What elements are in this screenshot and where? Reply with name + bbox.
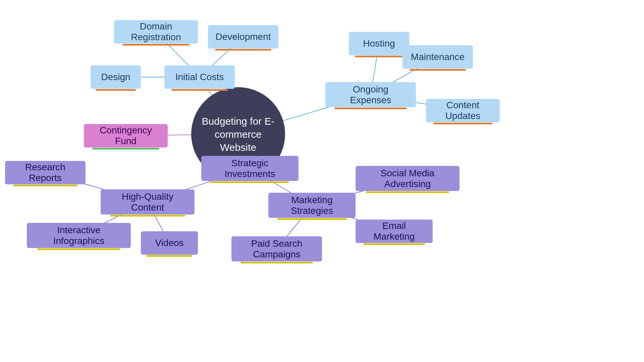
social-media-node[interactable]: Social Media Advertising xyxy=(356,166,460,191)
maintenance-node[interactable]: Maintenance xyxy=(402,45,473,69)
infographics-label: Interactive Infographics xyxy=(34,225,124,246)
ongoing-exp-label: Ongoing Expenses xyxy=(332,84,409,106)
domain-reg-node[interactable]: Domain Registration xyxy=(114,20,198,44)
content-updates-label: Content Updates xyxy=(433,100,493,121)
videos-node[interactable]: Videos xyxy=(141,231,198,255)
research-rep-label: Research Reports xyxy=(12,162,79,183)
content-updates-node[interactable]: Content Updates xyxy=(426,99,500,122)
initial-costs-node[interactable]: Initial Costs xyxy=(164,65,235,89)
social-media-label: Social Media Advertising xyxy=(362,168,453,189)
domain-reg-label: Domain Registration xyxy=(121,21,191,43)
strategic-inv-node[interactable]: Strategic Investments xyxy=(201,156,299,181)
paid-search-node[interactable]: Paid Search Campaigns xyxy=(231,236,322,261)
email-marketing-label: Email Marketing xyxy=(362,221,426,242)
hosting-label: Hosting xyxy=(363,38,395,49)
paid-search-label: Paid Search Campaigns xyxy=(238,238,315,260)
development-label: Development xyxy=(216,32,271,42)
development-node[interactable]: Development xyxy=(208,25,278,49)
marketing-strat-node[interactable]: Marketing Strategies xyxy=(268,193,356,218)
videos-label: Videos xyxy=(155,238,183,248)
infographics-node[interactable]: Interactive Infographics xyxy=(27,223,131,248)
maintenance-label: Maintenance xyxy=(411,52,465,62)
strategic-inv-label: Strategic Investments xyxy=(208,158,292,179)
design-node[interactable]: Design xyxy=(91,65,141,89)
ongoing-exp-node[interactable]: Ongoing Expenses xyxy=(325,82,416,107)
hosting-node[interactable]: Hosting xyxy=(349,32,409,55)
design-label: Design xyxy=(101,72,130,82)
contingency-node[interactable]: Contingency Fund xyxy=(84,124,168,147)
contingency-label: Contingency Fund xyxy=(91,125,161,146)
hq-content-node[interactable]: High-Quality Content xyxy=(101,189,195,215)
hq-content-label: High-Quality Content xyxy=(107,191,188,213)
email-marketing-node[interactable]: Email Marketing xyxy=(356,220,433,243)
initial-costs-label: Initial Costs xyxy=(175,72,224,82)
research-rep-node[interactable]: Research Reports xyxy=(5,161,86,184)
marketing-strat-label: Marketing Strategies xyxy=(275,195,349,216)
center-label: Budgeting for E-commerce Website xyxy=(191,115,285,154)
